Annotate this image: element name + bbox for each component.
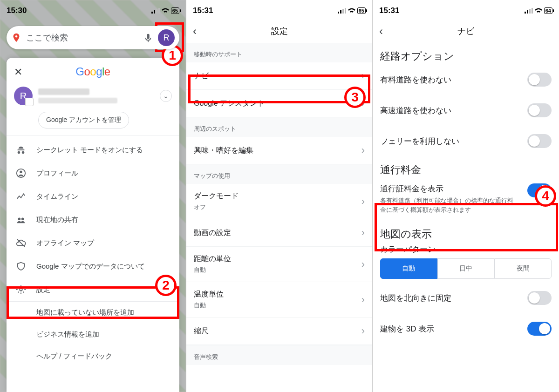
- toggle-off[interactable]: [527, 73, 552, 87]
- svg-rect-2: [156, 9, 157, 14]
- section-route-options: 経路オプション: [373, 43, 559, 64]
- row-label: 有料道路を使わない: [380, 74, 451, 85]
- svg-rect-3: [158, 8, 160, 14]
- menu-your-data[interactable]: Google マップでのデータについて: [7, 255, 179, 278]
- row-avoid-ferries[interactable]: フェリーを利用しない: [373, 126, 559, 156]
- status-time: 15:30: [7, 6, 27, 15]
- section-toll: 通行料金: [373, 156, 559, 178]
- sheet-header: ✕ Google: [7, 65, 179, 84]
- toggle-off[interactable]: [527, 291, 552, 305]
- mic-icon[interactable]: [143, 33, 153, 43]
- svg-point-9: [20, 288, 22, 291]
- row-label: 通行証料金を表示: [380, 183, 515, 194]
- menu-settings[interactable]: 設定: [7, 278, 179, 301]
- seg-night[interactable]: 夜間: [494, 258, 552, 279]
- toggle-off[interactable]: [527, 103, 552, 117]
- menu-item-label: ヘルプ / フィードバック: [36, 352, 112, 361]
- row-edit-interests[interactable]: 興味・嗜好を編集 ›: [186, 137, 372, 164]
- menu-item-label: オフライン マップ: [36, 239, 94, 248]
- signal-icon: [338, 8, 346, 14]
- section-voice-search: 音声検索: [186, 345, 372, 365]
- row-label: ダークモード: [194, 191, 361, 201]
- chevron-down-icon[interactable]: ⌄: [160, 90, 172, 102]
- screen-2-settings: 15:31 65 ‹ 設定 移動時のサポート ナビ › Google アシスタン…: [186, 0, 373, 392]
- menu-offline-maps[interactable]: オフライン マップ: [7, 231, 179, 255]
- menu-timeline[interactable]: タイムライン: [7, 185, 179, 208]
- menu-help[interactable]: ヘルプ / フィードバック: [7, 345, 179, 367]
- row-avoid-tolls[interactable]: 有料道路を使わない: [373, 64, 559, 95]
- menu-add-missing[interactable]: 地図に載っていない場所を追加: [7, 302, 179, 324]
- chevron-right-icon: ›: [361, 144, 365, 156]
- seg-auto[interactable]: 自動: [380, 258, 437, 279]
- google-logo: Google: [75, 65, 110, 78]
- profile-avatar-button[interactable]: R: [158, 29, 175, 46]
- row-assistant[interactable]: Google アシスタント ›: [186, 90, 372, 117]
- svg-point-6: [20, 171, 22, 174]
- row-label: 温度単位: [194, 290, 361, 299]
- status-right: 64: [525, 7, 552, 14]
- menu-share-location[interactable]: 現在地の共有: [7, 208, 179, 231]
- chevron-right-icon: ›: [361, 97, 365, 109]
- account-sheet: ✕ Google R ⌄ Google アカウントを管理 シークレット モードを…: [7, 58, 179, 392]
- svg-rect-12: [342, 9, 344, 14]
- svg-rect-0: [151, 12, 153, 14]
- chevron-right-icon: ›: [361, 196, 365, 208]
- row-avoid-highways[interactable]: 高速道路を使わない: [373, 95, 559, 126]
- row-description: 各有料道路（利用可能な場合）の標準的な通行料金に基づく概算額が表示されます: [380, 196, 515, 214]
- manage-account-button[interactable]: Google アカウントを管理: [38, 112, 129, 128]
- account-text: [38, 88, 154, 103]
- row-label: 距離の単位: [194, 254, 361, 264]
- row-scale[interactable]: 縮尺 ›: [186, 318, 372, 345]
- row-sublabel: オフ: [194, 203, 361, 211]
- screen-3-navigation: 15:31 64 ‹ ナビ 経路オプション 有料道路を使わない 高速道路を使わな…: [373, 0, 559, 392]
- svg-rect-1: [154, 10, 155, 14]
- status-bar: 15:31 64: [373, 0, 559, 20]
- search-bar[interactable]: ここで検索 R: [7, 26, 179, 49]
- svg-rect-17: [532, 8, 533, 14]
- menu-profile[interactable]: プロフィール: [7, 162, 179, 185]
- menu-item-label: タイムライン: [36, 192, 78, 201]
- section-using-maps: マップの使用: [186, 164, 372, 184]
- close-icon[interactable]: ✕: [14, 66, 22, 78]
- toggle-on[interactable]: [527, 183, 552, 197]
- menu-item-label: ビジネス情報を追加: [36, 330, 99, 339]
- svg-point-4: [15, 35, 18, 38]
- account-email-blurred: [38, 98, 117, 103]
- svg-rect-13: [345, 8, 346, 14]
- account-row[interactable]: R ⌄: [7, 84, 179, 110]
- row-show-toll-prices[interactable]: 通行証料金を表示 各有料道路（利用可能な場合）の標準的な通行料金に基づく概算額が…: [373, 178, 559, 221]
- seg-day[interactable]: 日中: [437, 258, 495, 279]
- row-3d-buildings[interactable]: 建物を 3D 表示: [373, 313, 559, 344]
- signal-icon: [151, 8, 160, 14]
- menu-item-label: プロフィール: [36, 169, 78, 178]
- toggle-off[interactable]: [527, 134, 552, 148]
- menu-item-label: 地図に載っていない場所を追加: [36, 308, 134, 317]
- toggle-on[interactable]: [527, 322, 552, 336]
- row-label: 建物を 3D 表示: [380, 324, 434, 334]
- row-video-settings[interactable]: 動画の設定 ›: [186, 219, 372, 247]
- section-map-display: 地図の表示: [373, 221, 559, 242]
- status-right: 65: [338, 7, 366, 14]
- row-temp-units[interactable]: 温度単位 自動 ›: [186, 282, 372, 318]
- row-sublabel: 自動: [194, 266, 361, 274]
- back-icon[interactable]: ‹: [193, 25, 197, 38]
- row-label: 動画の設定: [194, 228, 231, 238]
- menu-incognito[interactable]: シークレット モードをオンにする: [7, 138, 179, 162]
- row-dark-mode[interactable]: ダークモード オフ ›: [186, 184, 372, 219]
- search-placeholder: ここで検索: [26, 32, 138, 43]
- battery-icon: 65: [357, 7, 366, 14]
- menu-add-business[interactable]: ビジネス情報を追加: [7, 324, 179, 345]
- back-icon[interactable]: ‹: [379, 25, 383, 38]
- color-pattern-label: カラーパターン: [373, 242, 559, 255]
- menu-item-label: 設定: [36, 285, 50, 294]
- status-bar: 15:31 65: [186, 0, 372, 20]
- svg-rect-15: [527, 10, 528, 14]
- row-navigation[interactable]: ナビ ›: [186, 62, 372, 90]
- timeline-icon: [16, 191, 26, 202]
- menu-item-label: シークレット モードをオンにする: [36, 146, 143, 155]
- row-distance-units[interactable]: 距離の単位 自動 ›: [186, 247, 372, 282]
- row-label: 興味・嗜好を編集: [194, 146, 253, 155]
- gear-icon: [16, 284, 26, 295]
- row-north-up[interactable]: 地図を北向きに固定: [373, 283, 559, 313]
- row-label: フェリーを利用しない: [380, 136, 459, 147]
